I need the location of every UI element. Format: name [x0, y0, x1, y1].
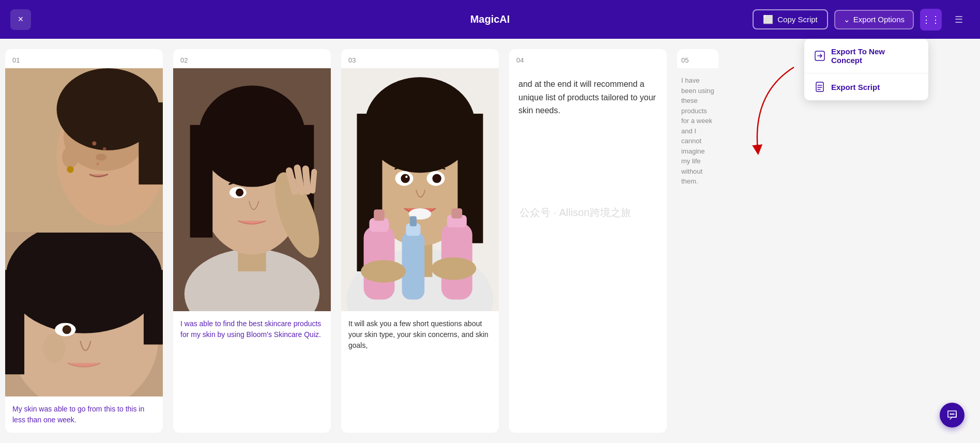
svg-rect-53	[374, 209, 385, 221]
card-03-image	[341, 68, 499, 311]
card-number-01: 01	[5, 49, 163, 68]
svg-point-22	[63, 325, 71, 333]
export-dropdown-menu: Export To New Concept Export Script	[804, 39, 928, 100]
card-04-text: and at the end it will recommend a uniqu…	[518, 78, 657, 117]
svg-point-60	[361, 260, 406, 283]
svg-rect-29	[190, 125, 213, 238]
grid-view-button[interactable]: ⋮⋮	[920, 9, 942, 30]
close-button[interactable]: ×	[10, 9, 31, 30]
story-card-04: 04 and at the end it will recommend a un…	[509, 49, 667, 433]
svg-rect-56	[410, 216, 417, 226]
chevron-down-icon: ⌄	[844, 15, 850, 24]
copy-script-button[interactable]: ⬜ Copy Script	[753, 9, 828, 29]
chat-bubble[interactable]	[940, 403, 964, 427]
list-icon: ☰	[955, 14, 963, 25]
svg-point-15	[96, 163, 99, 165]
svg-point-64	[953, 414, 955, 415]
svg-point-11	[67, 166, 73, 173]
svg-point-23	[43, 333, 65, 363]
export-options-button[interactable]: ⌄ Export Options	[834, 10, 914, 29]
export-script-item[interactable]: Export Script	[804, 73, 928, 100]
export-to-new-concept-item[interactable]: Export To New Concept	[804, 39, 928, 73]
card-01-image-top	[5, 68, 163, 233]
app-title: MagicAI	[470, 13, 510, 25]
svg-rect-19	[5, 270, 24, 374]
document-icon	[815, 82, 825, 92]
header: × MagicAI ⬜ Copy Script ⌄ Export Options…	[0, 0, 980, 39]
svg-point-63	[952, 414, 953, 415]
story-card-03: 03	[341, 49, 499, 433]
card-number-04: 04	[509, 49, 667, 68]
svg-point-13	[92, 142, 96, 146]
story-card-01: 01	[5, 49, 163, 433]
svg-point-14	[103, 147, 106, 151]
header-right: ⬜ Copy Script ⌄ Export Options ⋮⋮ ☰	[753, 9, 970, 30]
story-card-02: 02	[173, 49, 331, 433]
svg-point-37	[236, 189, 243, 196]
card-02-text: I was able to find the best skincare pro…	[173, 311, 331, 347]
svg-rect-1	[816, 82, 823, 91]
card-01-text: My skin was able to go from this to this…	[5, 396, 163, 433]
card-05-text-partial: I have been using these products for a w…	[677, 68, 718, 194]
svg-rect-20	[144, 270, 163, 344]
svg-point-47	[405, 176, 407, 178]
list-view-button[interactable]: ☰	[948, 9, 970, 30]
svg-rect-59	[452, 208, 463, 219]
svg-point-49	[432, 174, 441, 183]
grid-icon: ⋮⋮	[922, 14, 940, 25]
card-03-text: It will ask you a few short questions ab…	[341, 311, 499, 358]
watermark-text: 公众号 · Allison跨境之旅	[519, 207, 631, 218]
card-02-image	[173, 68, 331, 311]
card-04-content: and at the end it will recommend a uniqu…	[509, 68, 667, 195]
svg-point-62	[950, 414, 952, 415]
card-01-image-bottom	[5, 233, 163, 397]
svg-rect-54	[402, 232, 425, 300]
svg-point-10	[62, 146, 79, 168]
svg-rect-9	[139, 102, 163, 185]
card-01-images	[5, 68, 163, 396]
card-number-02: 02	[173, 49, 331, 68]
story-card-05: 05 I have been using these products for …	[677, 49, 718, 433]
svg-point-61	[431, 257, 476, 280]
arrow-right-icon	[815, 51, 825, 61]
header-left: ×	[10, 9, 31, 30]
card-number-03: 03	[341, 49, 499, 68]
script-icon: ⬜	[763, 14, 773, 24]
svg-point-46	[401, 174, 409, 183]
card-number-05: 05	[677, 49, 718, 68]
svg-point-12	[96, 154, 106, 160]
